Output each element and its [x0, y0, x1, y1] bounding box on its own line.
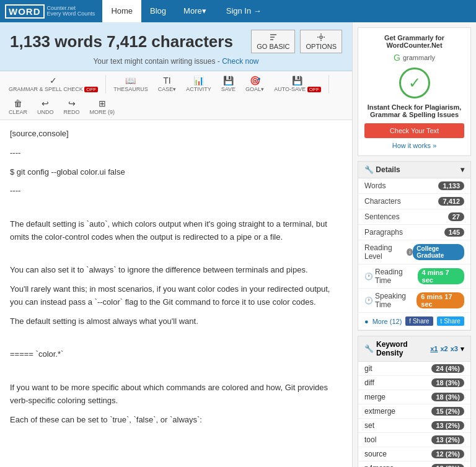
nav-home[interactable]: Home [102, 0, 141, 22]
keyword-section: 🔧 Keyword Density x1 x2 x3 ▾ git 24 (4%)… [358, 336, 471, 467]
nav-more[interactable]: More▾ [175, 0, 215, 22]
activity-icon: 📊 [193, 76, 204, 85]
characters-value: 7,412 [438, 197, 464, 206]
kw-mult-x3[interactable]: x3 [451, 345, 458, 353]
kw-count: 12 (2%) [431, 464, 464, 467]
kw-word: extmerge [364, 407, 395, 416]
autosave-icon: 💾 [292, 76, 302, 85]
autosave-button[interactable]: 💾 AUTO-SAVE OFF [270, 74, 325, 94]
clear-label: CLEAR [9, 109, 27, 115]
case-icon: TI [163, 76, 170, 85]
wrench-icon: 🔧 [364, 165, 374, 174]
nav-signin[interactable]: Sign In → [218, 0, 270, 22]
characters-label: Characters [364, 197, 401, 206]
kw-word: set [364, 421, 374, 430]
checkmark-icon: ✓ [50, 76, 57, 85]
word-char-count: 1,133 words 7,412 characters [10, 32, 233, 51]
more-link[interactable]: More (12) [372, 318, 402, 325]
save-label: SAVE [221, 86, 236, 92]
paragraphs-row: Paragraphs 145 [358, 225, 470, 240]
keyword-row: merge 18 (3%) [358, 390, 470, 404]
kw-mult-x2[interactable]: x2 [441, 345, 448, 353]
keyword-row: extmerge 15 (2%) [358, 404, 470, 419]
keyword-row: diff 18 (3%) [358, 376, 470, 390]
thesaurus-button[interactable]: 📖 THESAURUS [110, 74, 152, 94]
redo-icon: ↪ [68, 98, 76, 108]
reading-level-info-icon[interactable]: i [407, 248, 413, 256]
text-line: ===== `color.*` [10, 348, 342, 361]
svg-point-0 [320, 36, 322, 38]
chevron-down-icon: ▾ [461, 165, 464, 174]
kw-count: 24 (4%) [431, 364, 464, 373]
paragraphs-label: Paragraphs [364, 228, 403, 237]
speaking-time-row: 🕐 Speaking Time 6 mins 17 sec [358, 289, 470, 313]
save-icon: 💾 [223, 76, 234, 85]
text-line: If you want to be more specific about wh… [10, 382, 342, 408]
keyword-header[interactable]: 🔧 Keyword Density x1 x2 x3 ▾ [358, 336, 470, 362]
reading-time-label: 🕐 Reading Time [364, 268, 418, 285]
grid-icon: ⊞ [99, 98, 106, 108]
how-it-works-link[interactable]: How it works » [364, 142, 464, 149]
more-label: MORE (9) [90, 109, 115, 115]
kw-count: 13 (2%) [431, 435, 464, 444]
text-line: ---- [10, 185, 342, 198]
more-button[interactable]: ⊞ MORE (9) [86, 97, 119, 117]
check-now-link[interactable]: Check now [222, 57, 258, 66]
paragraphs-value: 145 [444, 228, 464, 237]
undo-label: UNDO [37, 109, 54, 115]
goal-icon: 🎯 [250, 76, 260, 85]
sentences-label: Sentences [364, 212, 400, 221]
go-basic-label: GO BASIC [257, 43, 289, 50]
sentences-row: Sentences 27 [358, 209, 470, 225]
grammarly-desc: Instant Check for Plagiarism, Grammar & … [364, 103, 464, 118]
redo-label: REDO [64, 109, 80, 115]
logo-counter: Counter.net Every Word Counts [47, 6, 95, 17]
main-wrapper: 1,133 words 7,412 characters GO BASIC OP… [0, 22, 476, 467]
text-line: $ git config --global color.ui false [10, 166, 342, 179]
reading-level-label: Reading Level i [364, 243, 413, 261]
reading-time-value: 4 mins 7 sec [418, 268, 464, 284]
text-content[interactable]: [source,console]----$ git config --globa… [0, 120, 352, 442]
check-text-button[interactable]: Check Your Text [364, 123, 464, 138]
clock-icon: 🕐 [364, 273, 373, 281]
grammarly-ad: Get Grammarly for WordCounter.Net G gram… [358, 27, 471, 156]
sentences-value: 27 [448, 212, 464, 221]
go-basic-button[interactable]: GO BASIC [251, 30, 295, 53]
grammar-spell-button[interactable]: ✓ GRAMMAR & SPELL CHECK OFF [5, 74, 102, 94]
clear-icon: 🗑 [14, 98, 22, 108]
goal-button[interactable]: 🎯 GOAL▾ [242, 74, 268, 94]
fb-share-button[interactable]: f Share [405, 316, 433, 326]
keyword-row: source 12 (2%) [358, 447, 470, 461]
stats-header: 1,133 words 7,412 characters GO BASIC OP… [0, 22, 352, 71]
options-label: OPTIONS [306, 43, 337, 50]
right-panel: Get Grammarly for WordCounter.Net G gram… [352, 22, 476, 467]
stats-title: 1,133 words 7,412 characters GO BASIC OP… [10, 30, 342, 53]
kw-word: tool [364, 435, 376, 444]
words-label: Words [364, 181, 386, 190]
details-title: Details [376, 165, 400, 174]
redo-button[interactable]: ↪ REDO [60, 97, 84, 117]
navbar: WORD Counter.net Every Word Counts Home … [0, 0, 476, 22]
kw-word: diff [364, 378, 374, 387]
activity-button[interactable]: 📊 ACTIVITY [182, 74, 215, 94]
options-button[interactable]: OPTIONS [300, 30, 342, 53]
case-button[interactable]: TI CASE▾ [154, 74, 180, 94]
autosave-off-badge: OFF [307, 87, 321, 92]
reading-level-value: College Graduate [413, 244, 464, 260]
characters-row: Characters 7,412 [358, 194, 470, 209]
thesaurus-label: THESAURUS [113, 86, 148, 92]
tw-share-button[interactable]: t Share [437, 316, 464, 326]
undo-button[interactable]: ↩ UNDO [33, 97, 58, 117]
details-section: 🔧 Details ▾ Words 1,133 Characters 7,412… [358, 161, 471, 331]
details-header[interactable]: 🔧 Details ▾ [358, 162, 470, 178]
save-button[interactable]: 💾 SAVE [218, 74, 239, 94]
clear-button[interactable]: 🗑 CLEAR [5, 97, 31, 117]
kw-mult-x1[interactable]: x1 [430, 345, 438, 353]
keyword-row: p4merge 12 (2%) [358, 461, 470, 467]
keyword-row: tool 13 (2%) [358, 433, 470, 447]
words-value: 1,133 [438, 181, 464, 190]
kw-count: 18 (3%) [431, 393, 464, 401]
kw-count: 13 (2%) [431, 421, 464, 430]
nav-blog[interactable]: Blog [141, 0, 175, 22]
text-line: ---- [10, 147, 342, 160]
